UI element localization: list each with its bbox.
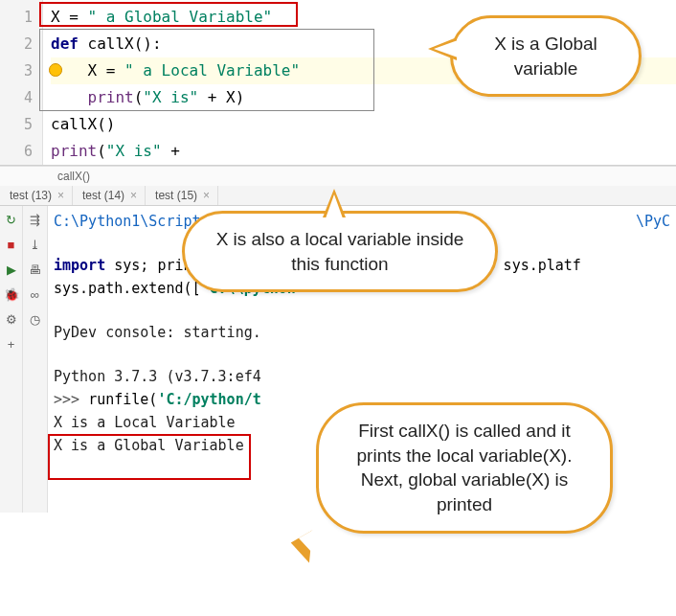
console-path: \PyC	[636, 210, 670, 233]
link-icon[interactable]: ∞	[28, 286, 43, 302]
code-string: "X is"	[143, 88, 198, 106]
code-token: callX():	[79, 34, 162, 53]
stop-icon[interactable]: ■	[4, 237, 19, 252]
code-string: " a Global Variable"	[88, 8, 273, 26]
code-token: =	[60, 8, 88, 26]
add-icon[interactable]: +	[4, 336, 19, 352]
line-number: 3	[0, 57, 33, 84]
code-function: print	[88, 88, 134, 106]
close-icon[interactable]: ×	[57, 189, 64, 202]
console-toolbar-secondary: ⇶ ⤓ 🖶 ∞ ◷	[23, 206, 48, 513]
callout-text: X is a Global variable	[494, 34, 597, 79]
code-token: + X)	[198, 88, 244, 106]
console-text: runfile(	[88, 391, 157, 408]
line-number: 2	[0, 31, 33, 57]
code-token: +	[162, 142, 180, 160]
console-line: PyDev console: starting.	[54, 321, 670, 344]
scroll-to-end-icon[interactable]: ⤓	[28, 237, 43, 252]
console-blank	[54, 344, 670, 365]
code-token: X	[88, 61, 98, 80]
code-line-6[interactable]: print("X is" +	[51, 138, 676, 165]
close-icon[interactable]: ×	[203, 189, 210, 202]
line-number: 4	[0, 84, 33, 111]
line-number: 5	[0, 111, 33, 138]
console-string: 'C:/python/t	[157, 391, 260, 408]
console-line: Python 3.7.3 (v3.7.3:ef4	[54, 365, 670, 388]
code-token: =	[97, 61, 124, 80]
callout-global-variable: X is a Global variable	[450, 15, 642, 97]
code-token: (	[134, 88, 144, 106]
line-number: 1	[0, 4, 33, 31]
tab-test-13[interactable]: test (13)×	[0, 186, 73, 205]
tab-label: test (14)	[82, 189, 124, 202]
code-line-5[interactable]: callX()	[51, 111, 676, 138]
console-text: sys;	[114, 257, 157, 274]
tab-label: test (13)	[10, 189, 52, 202]
debug-icon[interactable]: 🐞	[4, 286, 19, 302]
history-icon[interactable]: ◷	[28, 311, 43, 327]
rerun-icon[interactable]: ↻	[4, 212, 19, 227]
console-toolbar-primary: ↻ ■ ▶ 🐞 ⚙ +	[0, 206, 23, 513]
close-icon[interactable]: ×	[130, 189, 137, 202]
code-keyword: def	[51, 34, 79, 53]
line-number-gutter: 1 2 3 4 5 6	[0, 0, 43, 165]
code-string: " a Local Variable"	[124, 61, 300, 80]
print-icon[interactable]: 🖶	[28, 262, 43, 277]
callout-text: First callX() is called and it prints th…	[357, 421, 573, 514]
console-blank	[54, 300, 670, 321]
code-string: "X is"	[106, 142, 162, 160]
run-icon[interactable]: ▶	[4, 262, 19, 277]
console-prompt: >>>	[54, 391, 88, 408]
line-number: 6	[0, 138, 33, 165]
tab-label: test (15)	[155, 189, 197, 202]
code-token: callX()	[51, 115, 115, 133]
lightbulb-icon[interactable]	[49, 63, 62, 77]
console-path: C:\Python1\Script	[54, 213, 201, 230]
code-token: (	[97, 142, 106, 160]
tab-test-14[interactable]: test (14)×	[73, 186, 146, 205]
code-token: X	[51, 8, 60, 26]
console-keyword: import	[54, 257, 114, 274]
breadcrumb[interactable]: callX()	[0, 166, 676, 186]
tab-test-15[interactable]: test (15)×	[146, 186, 218, 205]
callout-local-variable: X is also a local variable inside this f…	[182, 211, 498, 292]
code-indent	[51, 88, 88, 106]
callout-text: X is also a local variable inside this f…	[216, 229, 464, 274]
code-function: print	[51, 142, 97, 160]
callout-execution-order: First callX() is called and it prints th…	[316, 402, 613, 534]
console-text: sys.path.extend([	[54, 280, 201, 297]
soft-wrap-icon[interactable]: ⇶	[28, 212, 43, 227]
settings-icon[interactable]: ⚙	[4, 311, 19, 327]
